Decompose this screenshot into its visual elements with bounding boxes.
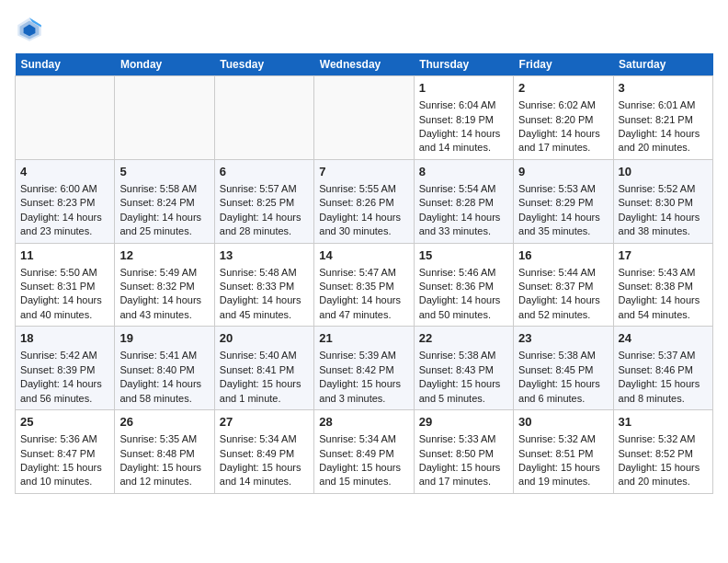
day-number: 24 [619, 330, 708, 347]
day-info: and 56 minutes. [20, 392, 109, 406]
day-number: 28 [319, 414, 408, 431]
day-info: and 6 minutes. [518, 392, 608, 406]
day-info: and 19 minutes. [518, 475, 608, 488]
col-header-thursday: Thursday [414, 53, 513, 76]
day-info: Sunrise: 5:38 AM [419, 349, 508, 362]
day-info: Sunrise: 5:44 AM [518, 266, 608, 280]
day-number: 20 [220, 330, 309, 347]
day-info: Sunset: 8:20 PM [518, 113, 608, 127]
day-info: and 20 minutes. [619, 475, 708, 488]
day-number: 1 [419, 80, 508, 97]
day-info: Daylight: 15 hours [419, 377, 508, 391]
day-info: Sunset: 8:51 PM [518, 447, 608, 461]
calendar-cell [16, 76, 115, 160]
day-info: Sunrise: 6:01 AM [619, 98, 708, 112]
day-info: Daylight: 14 hours [319, 293, 408, 307]
calendar-cell: 1Sunrise: 6:04 AMSunset: 8:19 PMDaylight… [414, 76, 513, 160]
day-info: Sunrise: 5:35 AM [119, 432, 209, 446]
calendar-cell: 8Sunrise: 5:54 AMSunset: 8:28 PMDaylight… [414, 159, 513, 243]
calendar-cell: 3Sunrise: 6:01 AMSunset: 8:21 PMDaylight… [613, 76, 712, 160]
col-header-sunday: Sunday [16, 53, 115, 76]
day-info: and 20 minutes. [619, 141, 708, 155]
day-info: Sunrise: 5:50 AM [20, 266, 109, 280]
day-info: Sunrise: 5:40 AM [220, 349, 309, 362]
day-info: and 8 minutes. [619, 392, 708, 406]
day-number: 11 [20, 247, 109, 264]
day-info: Sunset: 8:47 PM [20, 447, 109, 461]
day-info: and 43 minutes. [119, 308, 209, 322]
day-info: and 17 minutes. [518, 141, 608, 155]
day-number: 10 [619, 164, 708, 180]
day-info: Sunrise: 5:32 AM [518, 432, 608, 446]
day-number: 3 [619, 80, 708, 97]
day-number: 21 [319, 330, 408, 347]
day-info: and 10 minutes. [20, 475, 109, 488]
calendar-cell: 27Sunrise: 5:34 AMSunset: 8:49 PMDayligh… [214, 410, 313, 494]
day-info: Sunrise: 5:34 AM [319, 432, 408, 446]
day-info: Daylight: 15 hours [619, 377, 708, 391]
calendar-cell [314, 76, 414, 160]
day-info: Sunset: 8:45 PM [518, 363, 608, 377]
day-info: Sunset: 8:29 PM [518, 196, 608, 210]
day-number: 31 [619, 414, 708, 431]
calendar-cell: 17Sunrise: 5:43 AMSunset: 8:38 PMDayligh… [613, 243, 712, 327]
day-info: and 35 minutes. [518, 224, 608, 238]
calendar-cell: 2Sunrise: 6:02 AMSunset: 8:20 PMDaylight… [514, 76, 613, 160]
day-info: Daylight: 14 hours [619, 127, 708, 141]
day-info: Sunrise: 5:42 AM [20, 349, 109, 362]
day-info: and 3 minutes. [319, 392, 408, 406]
day-info: Sunrise: 5:36 AM [20, 432, 109, 446]
calendar-cell: 16Sunrise: 5:44 AMSunset: 8:37 PMDayligh… [514, 243, 613, 327]
calendar-cell [214, 76, 313, 160]
day-info: Sunset: 8:32 PM [119, 280, 209, 293]
day-info: and 23 minutes. [20, 224, 109, 238]
day-info: and 54 minutes. [619, 308, 708, 322]
day-number: 8 [419, 164, 508, 180]
day-info: Daylight: 14 hours [419, 127, 508, 141]
day-info: Sunrise: 5:34 AM [220, 432, 309, 446]
day-info: and 12 minutes. [119, 475, 209, 488]
day-info: and 15 minutes. [319, 475, 408, 488]
calendar-cell: 13Sunrise: 5:48 AMSunset: 8:33 PMDayligh… [214, 243, 313, 327]
calendar-cell: 4Sunrise: 6:00 AMSunset: 8:23 PMDaylight… [16, 159, 115, 243]
day-info: Daylight: 14 hours [419, 211, 508, 224]
calendar-cell: 30Sunrise: 5:32 AMSunset: 8:51 PMDayligh… [514, 410, 613, 494]
day-info: Sunrise: 5:58 AM [119, 182, 209, 196]
day-number: 13 [220, 247, 309, 264]
day-info: Daylight: 15 hours [518, 461, 608, 475]
calendar-cell [115, 76, 214, 160]
day-number: 5 [119, 164, 209, 180]
col-header-friday: Friday [514, 53, 613, 76]
day-info: Sunrise: 5:48 AM [220, 266, 309, 280]
day-info: Daylight: 14 hours [619, 211, 708, 224]
day-number: 25 [20, 414, 109, 431]
day-info: Sunrise: 5:32 AM [619, 432, 708, 446]
calendar-cell: 5Sunrise: 5:58 AMSunset: 8:24 PMDaylight… [115, 159, 214, 243]
day-number: 6 [220, 164, 309, 180]
col-header-saturday: Saturday [613, 53, 712, 76]
day-info: Sunset: 8:49 PM [319, 447, 408, 461]
day-number: 17 [619, 247, 708, 264]
day-info: Sunset: 8:21 PM [619, 113, 708, 127]
day-info: Sunset: 8:46 PM [619, 363, 708, 377]
calendar-cell: 26Sunrise: 5:35 AMSunset: 8:48 PMDayligh… [115, 410, 214, 494]
calendar-cell: 6Sunrise: 5:57 AMSunset: 8:25 PMDaylight… [214, 159, 313, 243]
day-info: Sunset: 8:48 PM [119, 447, 209, 461]
day-info: Sunset: 8:42 PM [319, 363, 408, 377]
day-info: Sunrise: 5:41 AM [119, 349, 209, 362]
day-number: 14 [319, 247, 408, 264]
day-info: and 1 minute. [220, 392, 309, 406]
day-info: Sunset: 8:23 PM [20, 196, 109, 210]
day-info: Daylight: 14 hours [220, 293, 309, 307]
day-info: Sunrise: 5:37 AM [619, 349, 708, 362]
calendar-cell: 19Sunrise: 5:41 AMSunset: 8:40 PMDayligh… [115, 327, 214, 410]
day-info: Sunset: 8:31 PM [20, 280, 109, 293]
day-info: and 47 minutes. [319, 308, 408, 322]
day-info: Daylight: 14 hours [220, 211, 309, 224]
day-info: Sunset: 8:40 PM [119, 363, 209, 377]
day-info: Sunset: 8:37 PM [518, 280, 608, 293]
day-info: Sunrise: 5:54 AM [419, 182, 508, 196]
day-info: and 38 minutes. [619, 224, 708, 238]
calendar-cell: 18Sunrise: 5:42 AMSunset: 8:39 PMDayligh… [16, 327, 115, 410]
day-info: Sunset: 8:39 PM [20, 363, 109, 377]
